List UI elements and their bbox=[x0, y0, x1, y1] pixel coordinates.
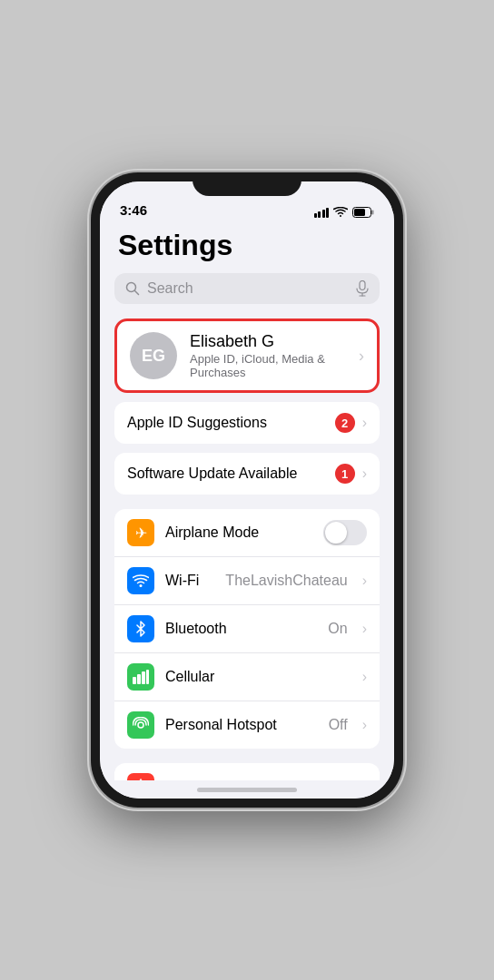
personal_hotspot-value: Off bbox=[329, 717, 348, 733]
software-update-card[interactable]: Software Update Available 1 › bbox=[114, 453, 380, 495]
profile-info: Elisabeth G Apple ID, iCloud, Media & Pu… bbox=[190, 332, 346, 379]
home-bar bbox=[197, 788, 297, 792]
svg-line-4 bbox=[135, 291, 139, 295]
software-update-chevron: › bbox=[362, 466, 367, 482]
profile-chevron: › bbox=[359, 347, 364, 366]
cellular-chevron: › bbox=[362, 669, 367, 685]
settings-row-personal_hotspot[interactable]: Personal HotspotOff› bbox=[114, 701, 380, 749]
apple-id-suggestions-card[interactable]: Apple ID Suggestions 2 › bbox=[114, 402, 380, 444]
svg-rect-5 bbox=[360, 281, 365, 290]
phone-frame: 3:46 bbox=[91, 172, 403, 808]
notifications-label: Notifications bbox=[165, 779, 348, 780]
suggestions-badge: 2 bbox=[335, 413, 355, 433]
suggestions-chevron: › bbox=[362, 415, 367, 431]
settings-group1: ✈Airplane ModeWi-FiTheLavishChateau›Blue… bbox=[114, 509, 380, 749]
software-update-label: Software Update Available bbox=[127, 466, 335, 482]
settings-row-cellular[interactable]: Cellular› bbox=[114, 653, 380, 701]
status-time: 3:46 bbox=[120, 202, 147, 218]
bluetooth-label: Bluetooth bbox=[165, 621, 317, 637]
cellular-label: Cellular bbox=[165, 669, 348, 685]
bluetooth-value: On bbox=[328, 621, 347, 637]
battery-icon bbox=[352, 207, 374, 218]
apple-id-suggestions-row[interactable]: Apple ID Suggestions 2 › bbox=[114, 402, 380, 444]
bluetooth-chevron: › bbox=[362, 621, 367, 637]
search-icon bbox=[125, 281, 140, 296]
wifi-label: Wi-Fi bbox=[165, 573, 214, 589]
svg-rect-2 bbox=[354, 209, 365, 216]
notifications-icon bbox=[127, 773, 154, 780]
screen: 3:46 bbox=[100, 181, 394, 799]
search-bar[interactable]: Search bbox=[114, 273, 380, 304]
software-update-badge: 1 bbox=[335, 464, 355, 484]
profile-card[interactable]: EG Elisabeth G Apple ID, iCloud, Media &… bbox=[114, 318, 380, 393]
settings-row-bluetooth[interactable]: BluetoothOn› bbox=[114, 605, 380, 653]
wifi-chevron: › bbox=[362, 573, 367, 589]
apple-id-suggestions-label: Apple ID Suggestions bbox=[127, 415, 335, 431]
wifi-status-icon bbox=[333, 207, 348, 218]
search-placeholder: Search bbox=[147, 280, 349, 297]
bluetooth-icon bbox=[127, 615, 154, 642]
avatar: EG bbox=[130, 332, 177, 379]
signal-icon bbox=[314, 208, 330, 218]
svg-point-13 bbox=[138, 722, 143, 728]
airplane_mode-toggle[interactable] bbox=[323, 520, 367, 545]
profile-name: Elisabeth G bbox=[190, 332, 346, 351]
mic-icon bbox=[356, 280, 369, 297]
settings-content: Settings Search EG Elisabe bbox=[100, 221, 394, 780]
airplane_mode-icon: ✈ bbox=[127, 519, 154, 546]
svg-rect-12 bbox=[146, 670, 149, 684]
status-icons bbox=[314, 207, 375, 218]
svg-point-8 bbox=[140, 584, 143, 587]
wifi-value: TheLavishChateau bbox=[225, 573, 347, 589]
profile-subtitle: Apple ID, iCloud, Media & Purchases bbox=[190, 352, 346, 379]
wifi-icon bbox=[127, 567, 154, 594]
software-update-row[interactable]: Software Update Available 1 › bbox=[114, 453, 380, 495]
personal_hotspot-label: Personal Hotspot bbox=[165, 717, 318, 733]
notifications-chevron: › bbox=[362, 779, 367, 780]
settings-row-airplane_mode[interactable]: ✈Airplane Mode bbox=[114, 509, 380, 557]
settings-row-notifications[interactable]: Notifications› bbox=[114, 763, 380, 780]
cellular-icon bbox=[127, 663, 154, 691]
svg-rect-11 bbox=[142, 671, 145, 684]
svg-rect-1 bbox=[371, 211, 374, 215]
page-title: Settings bbox=[114, 229, 380, 262]
svg-rect-10 bbox=[137, 674, 141, 684]
home-indicator bbox=[100, 780, 394, 799]
personal_hotspot-chevron: › bbox=[362, 717, 367, 733]
airplane_mode-label: Airplane Mode bbox=[165, 524, 312, 541]
settings-row-wifi[interactable]: Wi-FiTheLavishChateau› bbox=[114, 557, 380, 605]
personal_hotspot-icon bbox=[127, 711, 154, 739]
notch bbox=[193, 172, 301, 196]
svg-rect-9 bbox=[133, 677, 136, 684]
settings-group2: Notifications›Sounds & Haptics›Focus›Scr… bbox=[114, 763, 380, 780]
